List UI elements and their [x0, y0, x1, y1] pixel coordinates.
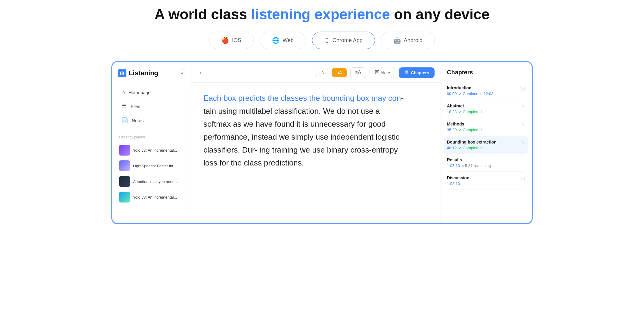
back-button[interactable]: ‹ — [197, 68, 204, 77]
android-icon: 🤖 — [393, 37, 401, 44]
sidebar-collapse-button[interactable]: « — [178, 69, 186, 77]
hero-highlight-text: listening experience — [251, 6, 390, 22]
check-icon-abstract: ✓ — [459, 110, 462, 114]
platform-tab-ios[interactable]: 🍎 IOS — [209, 32, 254, 49]
font-small-button[interactable]: aA — [315, 69, 329, 77]
platform-tabs: 🍎 IOS 🌐 Web ⬡ Chrome App 🤖 Android — [12, 32, 632, 49]
logo-icon — [118, 69, 126, 77]
chapters-button[interactable]: Chapters — [399, 67, 435, 78]
sidebar: Listening « ⌂ Homepage File — [113, 63, 191, 222]
note-label: Note — [381, 70, 390, 75]
reading-highlighted: Each box predicts the classes the boundi… — [203, 94, 401, 103]
svg-rect-5 — [122, 107, 126, 107]
svg-rect-1 — [122, 71, 122, 75]
chapter-time-methods: 35:20 — [447, 128, 457, 132]
ios-label: IOS — [232, 37, 241, 44]
chapter-status-methods: ✓ Completed — [459, 128, 482, 132]
recent-item-text-yolo2: Yolo v3: An incremental... — [133, 195, 177, 199]
note-button[interactable]: Note — [370, 67, 395, 78]
sidebar-logo: Listening « — [118, 69, 186, 77]
web-icon: 🌐 — [272, 37, 280, 44]
sidebar-item-files[interactable]: Files — [118, 100, 186, 113]
main-content: ‹ aA aA aA Note — [191, 63, 441, 222]
sidebar-nav: ⌂ Homepage Files 📄 Notes — [118, 86, 186, 127]
chapter-skip-discussion: ▷| — [520, 175, 525, 181]
chapter-item-bounding[interactable]: Bounding box extraction 48:12 ✓ Complete… — [444, 136, 528, 154]
check-icon-methods: ✓ — [459, 128, 462, 132]
recent-item-text-attention: Attention is all you need... — [133, 179, 178, 184]
sidebar-item-homepage[interactable]: ⌂ Homepage — [118, 86, 186, 99]
logo-text: Listening — [129, 69, 158, 77]
hero-plain-text: A world class — [154, 6, 251, 22]
chapter-time-results: 1:03:10 — [447, 163, 460, 168]
circle-icon-results: ○ — [462, 163, 464, 168]
chapter-status-abstract: ✓ Completed — [459, 110, 482, 114]
apple-icon: 🍎 — [221, 37, 229, 44]
recent-thumb-yolo2 — [119, 192, 130, 203]
chapter-item-abstract[interactable]: Abstract 18:28 ✓ Completed ∨ — [447, 100, 525, 118]
reading-text: Each box predicts the classes the boundi… — [203, 92, 408, 169]
recent-item-text-yolo1: Yolo v3: An incremental... — [133, 148, 177, 153]
chrome-icon: ⬡ — [324, 37, 330, 44]
files-icon — [122, 103, 127, 110]
homepage-label: Homepage — [128, 90, 150, 95]
chapter-status-bounding: ✓ Completed — [459, 146, 482, 150]
app-container: Listening « ⌂ Homepage File — [111, 61, 533, 224]
check-icon-introduction: ✓ — [459, 91, 462, 96]
chapter-collapse-methods: ∨ — [522, 122, 525, 126]
chapters-title: Chapters — [447, 69, 525, 76]
web-label: Web — [283, 37, 294, 44]
chapter-time-abstract: 18:28 — [447, 110, 457, 114]
chapters-icon — [404, 70, 409, 76]
check-icon-bounding: ✓ — [459, 146, 462, 150]
app-inner: Listening « ⌂ Homepage File — [113, 63, 531, 222]
recent-item-lightspeech[interactable]: LightSpeech: Faster inf... — [118, 158, 186, 174]
chapter-item-discussion[interactable]: Discussion 1:03:10 ▷| — [447, 172, 525, 190]
recent-thumb-attention — [119, 176, 130, 187]
recent-item-yolo2[interactable]: Yolo v3: An incremental... — [118, 189, 186, 205]
note-icon — [375, 70, 379, 76]
chapter-name-discussion: Discussion — [447, 175, 469, 180]
chapter-item-introduction[interactable]: Introduction 00:00 ✓ Continue in 12:03 ▷… — [447, 82, 525, 100]
recent-item-attention[interactable]: Attention is all you need... — [118, 174, 186, 189]
chapter-status-introduction: ✓ Continue in 12:03 — [459, 91, 494, 96]
chapter-item-results[interactable]: Results 1:03:10 ○ 5:37 remaining — [447, 154, 525, 172]
platform-tab-chrome[interactable]: ⬡ Chrome App — [312, 32, 375, 49]
chapter-time-introduction: 00:00 — [447, 91, 457, 96]
chapter-name-methods: Methods — [447, 122, 481, 126]
toolbar: ‹ aA aA aA Note — [191, 63, 441, 83]
chapter-name-introduction: Introduction — [447, 85, 493, 90]
chapter-name-bounding: Bounding box extraction — [447, 140, 497, 144]
chapter-time-bounding: 48:12 — [447, 146, 457, 150]
platform-tab-android[interactable]: 🤖 Android — [381, 32, 435, 49]
recent-thumb-yolo1 — [119, 145, 130, 156]
chapter-skip-introduction: ▷| — [520, 85, 525, 91]
font-large-button[interactable]: aA — [350, 67, 366, 78]
recently-played-label: Recently played — [119, 135, 185, 139]
recent-item-yolo1[interactable]: Yolo v3: An incremental... — [118, 142, 186, 158]
notes-label: Notes — [132, 118, 144, 123]
svg-rect-3 — [122, 104, 126, 104]
files-label: Files — [131, 104, 140, 109]
font-medium-button[interactable]: aA — [332, 68, 346, 77]
notes-icon: 📄 — [122, 117, 128, 124]
home-icon: ⌂ — [122, 89, 125, 96]
android-label: Android — [404, 37, 423, 44]
chapter-item-methods[interactable]: Methods 35:20 ✓ Completed ∨ — [447, 118, 525, 136]
svg-rect-2 — [123, 72, 124, 75]
chapter-status-results: ○ 5:37 remaining — [462, 163, 491, 168]
svg-rect-0 — [120, 72, 121, 75]
hero-heading: A world class listening experience on an… — [12, 6, 632, 23]
hero-suffix-text: on any device — [390, 6, 490, 22]
recent-thumb-lightspeech — [119, 160, 130, 171]
chapter-name-results: Results — [447, 157, 491, 162]
chapter-collapse-abstract: ∨ — [522, 104, 525, 108]
chapters-label: Chapters — [411, 70, 429, 75]
chapters-panel: Chapters Introduction 00:00 ✓ Continue i… — [441, 63, 531, 222]
chapter-time-discussion: 1:03:10 — [447, 181, 460, 186]
chapter-collapse-bounding: ∨ — [522, 140, 525, 144]
chapter-name-abstract: Abstract — [447, 104, 481, 108]
recent-item-text-lightspeech: LightSpeech: Faster inf... — [133, 164, 177, 168]
sidebar-item-notes[interactable]: 📄 Notes — [118, 114, 186, 127]
platform-tab-web[interactable]: 🌐 Web — [260, 32, 306, 49]
